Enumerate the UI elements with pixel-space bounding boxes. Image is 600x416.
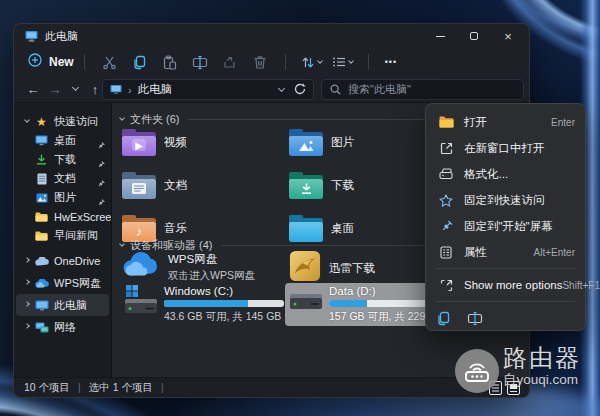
rename-icon-button[interactable]	[467, 311, 483, 330]
sidebar-item-hwexscreen[interactable]: HwExScreen	[14, 207, 111, 226]
wps-cloud-drive-icon	[122, 250, 160, 284]
pictures-icon	[34, 193, 49, 203]
chevron-down-icon[interactable]	[22, 121, 32, 122]
download-icon	[34, 154, 49, 165]
new-plus-icon	[28, 53, 42, 71]
properties-icon	[438, 246, 454, 259]
sidebar-item-network[interactable]: 网络	[14, 316, 111, 338]
maximize-icon	[470, 32, 478, 40]
menu-item-pin-start[interactable]: 固定到"开始"屏幕	[426, 213, 585, 239]
selected-count: 选中 1 个项目	[89, 381, 153, 395]
share-button[interactable]	[215, 55, 245, 70]
sidebar-item-pictures[interactable]: 图片	[14, 188, 111, 207]
menu-item-open[interactable]: 打开 Enter	[426, 109, 585, 135]
show-more-icon	[438, 279, 454, 292]
sidebar-item-downloads[interactable]: 下载	[14, 150, 111, 169]
back-button[interactable]: ←	[22, 82, 44, 97]
address-dropdown-icon[interactable]	[278, 84, 285, 91]
chevron-down-icon	[348, 58, 354, 64]
sidebar-item-quick-access[interactable]: ★ 快速访问	[14, 112, 111, 131]
star-icon: ★	[34, 115, 49, 129]
sidebar-item-documents[interactable]: 文档	[14, 169, 111, 188]
menu-item-format[interactable]: 格式化...	[426, 161, 585, 187]
windows-drive-icon	[124, 285, 158, 324]
onedrive-cloud-icon	[34, 257, 49, 266]
status-bar: 10 个项目 | 选中 1 个项目 |	[14, 377, 529, 397]
downloads-folder-icon	[289, 172, 323, 199]
document-icon	[34, 173, 49, 185]
large-icons-view-button[interactable]	[507, 381, 520, 399]
search-placeholder: 搜索"此电脑"	[348, 82, 411, 97]
breadcrumb-this-pc[interactable]: 此电脑	[138, 82, 173, 97]
menu-item-show-more-options[interactable]: Show more options Shift+F10	[426, 272, 585, 298]
folder-tile-pictures[interactable]: 图片	[289, 129, 354, 156]
sidebar-item-desktop[interactable]: 桌面	[14, 131, 111, 150]
items-count: 10 个项目	[24, 381, 70, 395]
copy-icon-button[interactable]	[436, 311, 451, 330]
network-icon	[34, 322, 49, 333]
sort-button[interactable]	[301, 56, 322, 69]
breadcrumb[interactable]: › 此电脑	[102, 79, 314, 100]
pin-icon	[438, 220, 454, 233]
new-button-label: New	[49, 55, 74, 69]
close-icon: ×	[504, 30, 512, 43]
menu-item-pin-quick-access[interactable]: 固定到快速访问	[426, 187, 585, 213]
thunder-download-icon	[289, 250, 321, 286]
device-tile-wps-cloud[interactable]: WPS网盘 双击进入WPS网盘	[122, 250, 255, 284]
sidebar-item-morning-news[interactable]: 早间新闻	[14, 226, 111, 245]
chevron-down-icon	[71, 84, 78, 91]
maximize-button[interactable]	[457, 24, 491, 48]
forward-button[interactable]: →	[44, 82, 66, 97]
chevron-down-icon	[317, 58, 323, 64]
minimize-button[interactable]	[423, 24, 457, 48]
folder-tile-videos[interactable]: ▶ 视频	[122, 129, 187, 156]
paste-button[interactable]	[155, 55, 185, 70]
recent-locations-button[interactable]	[66, 88, 84, 90]
search-input[interactable]: 搜索"此电脑"	[321, 79, 524, 100]
menu-separator	[436, 268, 575, 269]
device-tile-thunder[interactable]: 迅雷下载	[289, 250, 375, 286]
new-button[interactable]: New	[28, 53, 74, 71]
chevron-right-icon[interactable]	[22, 305, 32, 306]
see-more-button[interactable]: •••	[385, 57, 397, 67]
titlebar[interactable]: 此电脑 ×	[14, 24, 529, 48]
sidebar-item-wps-cloud[interactable]: WPS网盘	[14, 272, 111, 294]
minimize-icon	[436, 36, 445, 37]
desktop: 此电脑 × New	[0, 0, 600, 416]
toolbar-separator	[84, 54, 85, 70]
copy-button[interactable]	[125, 55, 155, 70]
folder-icon	[34, 231, 49, 241]
delete-button[interactable]	[245, 55, 275, 70]
rename-button[interactable]	[185, 55, 215, 70]
open-folder-icon	[438, 116, 454, 128]
navigation-pane: ★ 快速访问 桌面 下载 文档 图片	[14, 103, 111, 377]
wps-cloud-icon	[34, 279, 49, 288]
menu-item-properties[interactable]: 属性 Alt+Enter	[426, 239, 585, 265]
cut-button[interactable]	[95, 55, 125, 70]
details-view-button[interactable]	[489, 381, 502, 399]
breadcrumb-separator: ›	[128, 84, 132, 96]
capacity-bar-c	[164, 300, 284, 307]
sidebar-item-this-pc[interactable]: 此电脑	[16, 294, 109, 316]
sidebar-item-onedrive[interactable]: OneDrive	[14, 250, 111, 272]
chevron-right-icon[interactable]	[22, 327, 32, 328]
menu-item-open-new-window[interactable]: 在新窗口中打开	[426, 135, 585, 161]
close-button[interactable]: ×	[491, 24, 525, 48]
command-toolbar: New •••	[14, 48, 529, 76]
data-drive-icon	[289, 285, 323, 324]
chevron-right-icon[interactable]	[22, 261, 32, 262]
chevron-right-icon[interactable]	[22, 283, 32, 284]
folder-tile-documents[interactable]: 文档	[122, 172, 187, 199]
format-drive-icon	[438, 168, 454, 180]
drive-tile-c[interactable]: Windows (C:) 43.6 GB 可用, 共 145 GB	[120, 283, 288, 326]
chevron-down-icon[interactable]	[119, 115, 125, 121]
context-menu: 打开 Enter 在新窗口中打开 格式化... 固定到快速访问 固定到"开始"屏…	[425, 103, 586, 331]
menu-quick-actions	[426, 305, 585, 335]
view-button[interactable]	[332, 56, 353, 68]
toolbar-separator	[368, 54, 369, 70]
chevron-down-icon[interactable]	[119, 241, 125, 247]
folder-icon	[34, 212, 49, 222]
folder-tile-downloads[interactable]: 下载	[289, 172, 354, 199]
address-bar: ← → ↑ › 此电脑 搜索"此电脑"	[14, 76, 529, 102]
refresh-button[interactable]	[294, 81, 306, 99]
